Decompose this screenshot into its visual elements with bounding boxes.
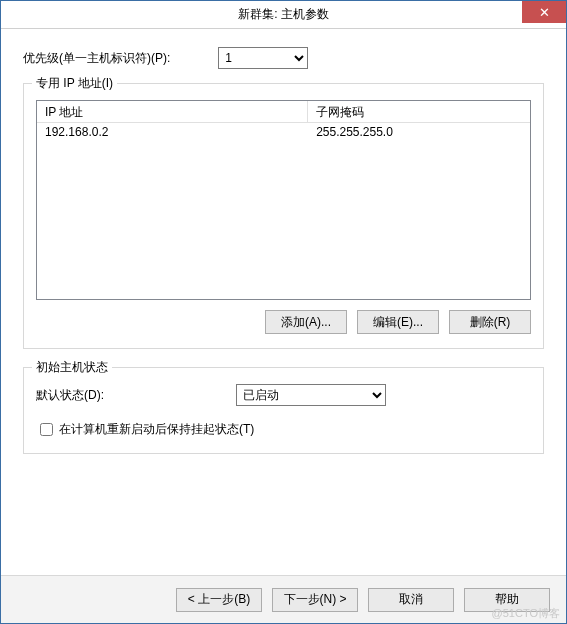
default-state-label: 默认状态(D):: [36, 387, 226, 404]
priority-label: 优先级(单一主机标识符)(P):: [23, 50, 170, 67]
ip-fieldset: 专用 IP 地址(I) IP 地址 子网掩码 192.168.0.2 255.2…: [23, 83, 544, 349]
priority-select[interactable]: 1: [218, 47, 308, 69]
state-fieldset: 初始主机状态 默认状态(D): 已启动 在计算机重新启动后保持挂起状态(T): [23, 367, 544, 454]
column-header-ip[interactable]: IP 地址: [37, 101, 308, 122]
title-bar: 新群集: 主机参数 ✕: [1, 1, 566, 29]
dialog-window: 新群集: 主机参数 ✕ 优先级(单一主机标识符)(P): 1 专用 IP 地址(…: [0, 0, 567, 624]
column-header-mask[interactable]: 子网掩码: [308, 101, 530, 122]
ip-legend: 专用 IP 地址(I): [32, 75, 117, 92]
back-button[interactable]: < 上一步(B): [176, 588, 262, 612]
retain-suspend-label: 在计算机重新启动后保持挂起状态(T): [59, 421, 254, 438]
edit-button[interactable]: 编辑(E)...: [357, 310, 439, 334]
add-button[interactable]: 添加(A)...: [265, 310, 347, 334]
retain-suspend-checkbox[interactable]: [40, 423, 53, 436]
ip-listbox[interactable]: IP 地址 子网掩码 192.168.0.2 255.255.255.0: [36, 100, 531, 300]
default-state-select[interactable]: 已启动: [236, 384, 386, 406]
window-title: 新群集: 主机参数: [238, 6, 329, 23]
cell-mask: 255.255.255.0: [308, 123, 530, 143]
retain-checkbox-row: 在计算机重新启动后保持挂起状态(T): [36, 420, 531, 439]
next-button[interactable]: 下一步(N) >: [272, 588, 358, 612]
dialog-footer: < 上一步(B) 下一步(N) > 取消 帮助: [1, 575, 566, 623]
remove-button[interactable]: 删除(R): [449, 310, 531, 334]
help-button[interactable]: 帮助: [464, 588, 550, 612]
close-button[interactable]: ✕: [522, 1, 566, 23]
cell-ip: 192.168.0.2: [37, 123, 308, 143]
state-legend: 初始主机状态: [32, 359, 112, 376]
priority-row: 优先级(单一主机标识符)(P): 1: [23, 47, 544, 69]
ip-list-header: IP 地址 子网掩码: [37, 101, 530, 123]
ip-button-row: 添加(A)... 编辑(E)... 删除(R): [36, 310, 531, 334]
cancel-button[interactable]: 取消: [368, 588, 454, 612]
ip-list-row[interactable]: 192.168.0.2 255.255.255.0: [37, 123, 530, 143]
default-state-row: 默认状态(D): 已启动: [36, 384, 531, 406]
close-icon: ✕: [539, 5, 550, 20]
dialog-content: 优先级(单一主机标识符)(P): 1 专用 IP 地址(I) IP 地址 子网掩…: [1, 29, 566, 482]
